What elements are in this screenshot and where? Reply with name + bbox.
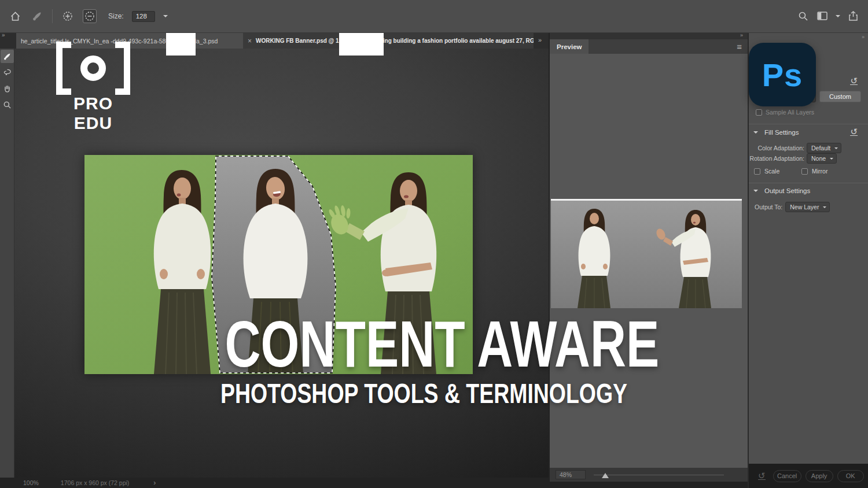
rotation-adaptation-label: Rotation Adaptation: (749, 155, 804, 162)
chevron-down-icon (753, 190, 758, 194)
overlay-white-block (339, 33, 384, 56)
settings-collapse-icon[interactable]: » (862, 34, 865, 40)
output-settings-title: Output Settings (764, 187, 810, 194)
scale-checkbox[interactable] (754, 168, 760, 175)
reset-fill-settings-icon[interactable]: ↺ (850, 128, 858, 136)
color-adaptation-dropdown[interactable]: Default (807, 143, 841, 153)
lasso-tool[interactable] (1, 66, 14, 79)
document-status-bar: 100% 1706 px x 960 px (72 ppi) › (0, 478, 549, 488)
preview-collapse-icon[interactable]: » (740, 32, 743, 38)
pro-edu-logo: PRO EDU (54, 36, 132, 112)
scale-label: Scale (764, 168, 779, 175)
preview-menu-icon[interactable]: ≡ (737, 44, 742, 50)
rotation-adaptation-dropdown[interactable]: None (807, 153, 837, 164)
mirror-label: Mirror (812, 168, 827, 175)
rotation-adaptation-value: None (811, 155, 826, 162)
preview-panel: » Preview ≡ (549, 33, 748, 488)
preview-zoom-bar: 48% (550, 468, 748, 482)
preview-panel-top-strip: » (550, 33, 748, 39)
document-tab-active[interactable]: × WORKING FB Banner.psd @ 100% (model te… (243, 33, 534, 49)
slider-track (594, 475, 724, 475)
settings-footer: ↺ Cancel Apply OK (749, 464, 868, 488)
options-bar: Size: 128 (0, 0, 868, 33)
sampling-brush-options-icon[interactable] (30, 9, 44, 23)
status-chevron-icon[interactable]: › (153, 479, 156, 487)
fill-settings-header[interactable]: Fill Settings (753, 129, 799, 136)
photoshop-app-icon: Ps (749, 43, 816, 106)
tab-overflow-right-icon[interactable]: » (538, 36, 542, 43)
tools-panel (0, 49, 14, 478)
output-settings-header[interactable]: Output Settings (753, 187, 810, 194)
preview-tab-row: Preview ≡ (550, 39, 748, 54)
share-icon[interactable] (846, 9, 860, 23)
thumbnail-title: CONTENT AWARE (225, 315, 623, 375)
overlay-white-block (166, 33, 196, 56)
workspace-switcher-icon[interactable] (816, 9, 830, 23)
apply-button[interactable]: Apply (806, 470, 833, 482)
workspace-chevron-down-icon[interactable] (836, 15, 840, 20)
status-zoom-level[interactable]: 100% (23, 479, 39, 486)
mirror-checkbox[interactable] (801, 168, 808, 175)
tab-overflow-left-icon[interactable]: » (2, 32, 5, 38)
preview-panel-bottom-strip (550, 482, 748, 488)
reset-all-icon[interactable]: ↺ (758, 472, 766, 480)
logo-text: PRO EDU (54, 94, 132, 133)
section-divider (749, 183, 868, 183)
photoshop-content-aware-fill-workspace: Size: 128 » he_article_titled ls_CMYK_In… (0, 0, 868, 488)
cancel-button[interactable]: Cancel (773, 470, 801, 482)
search-icon[interactable] (796, 9, 810, 23)
status-dimensions: 1706 px x 960 px (72 ppi) (61, 479, 130, 486)
logo-right-bracket (115, 42, 130, 95)
logo-lens-ring (80, 56, 106, 81)
ps-badge-text: Ps (762, 56, 803, 94)
logo-left-bracket (56, 42, 71, 95)
sample-all-layers-label: Sample All Layers (766, 109, 814, 116)
thumbnail-title-block: CONTENT AWARE PHOTOSHOP TOOLS & TERMINOL… (162, 315, 686, 408)
color-adaptation-label: Color Adaptation: (749, 145, 804, 151)
tab-close-icon[interactable]: × (248, 37, 252, 45)
tab-preview[interactable]: Preview (550, 39, 589, 54)
output-to-label: Output To: (755, 204, 782, 210)
preview-zoom-slider[interactable] (594, 471, 724, 479)
toolbar-separator (52, 9, 53, 23)
add-to-sampling-area-icon[interactable] (61, 9, 75, 23)
zoom-tool[interactable] (1, 98, 14, 112)
hand-tool[interactable] (1, 82, 14, 95)
size-chevron-down-icon[interactable] (163, 15, 168, 20)
sampling-brush-tool[interactable] (1, 50, 14, 63)
size-input[interactable]: 128 (132, 11, 155, 22)
output-to-dropdown[interactable]: New Layer (785, 202, 830, 212)
home-icon[interactable] (8, 9, 22, 23)
reset-sampling-icon[interactable]: ↺ (850, 77, 858, 85)
section-divider (749, 124, 868, 124)
chevron-down-icon (753, 131, 758, 136)
sample-all-layers-checkbox[interactable] (756, 109, 762, 116)
tab2-filename: WORKING FB Banner.psd @ 100% (model test… (256, 38, 534, 44)
custom-button[interactable]: Custom (819, 91, 861, 102)
ok-button[interactable]: OK (837, 470, 864, 482)
subtract-from-sampling-area-icon[interactable] (83, 9, 97, 23)
preview-result-image[interactable] (551, 199, 742, 308)
preview-zoom-input[interactable]: 48% (556, 470, 586, 479)
slider-thumb[interactable] (602, 469, 609, 478)
output-to-value: New Layer (790, 204, 819, 210)
size-label: Size: (108, 12, 124, 20)
fill-settings-title: Fill Settings (764, 129, 799, 136)
color-adaptation-value: Default (811, 145, 830, 151)
thumbnail-subtitle: PHOTOSHOP TOOLS & TERMINOLOGY (220, 380, 628, 408)
